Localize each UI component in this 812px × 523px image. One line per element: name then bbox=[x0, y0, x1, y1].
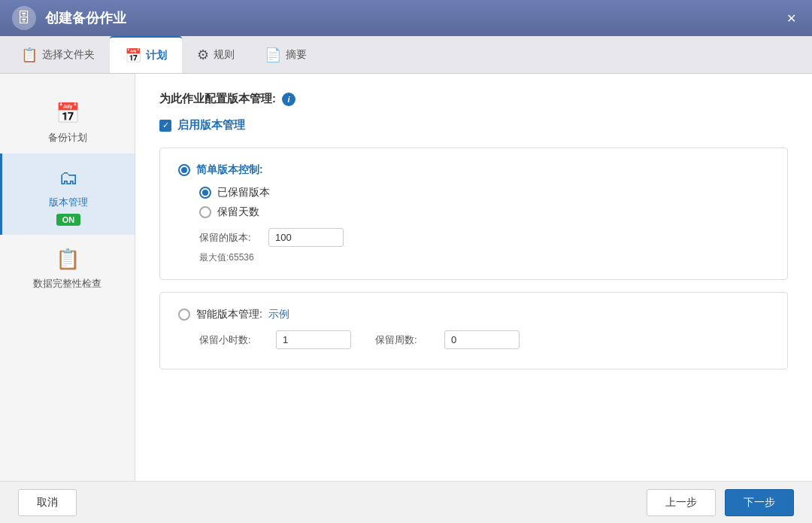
window: 🗄 创建备份作业 ✕ 📋 选择文件夹 📅 计划 ⚙ 规则 📄 摘要 📅 备份计划 bbox=[0, 0, 812, 523]
main-area: 📅 备份计划 🗂 版本管理 ON 📋 数据完整性检查 为此作业配置版本管理: i… bbox=[0, 74, 812, 481]
tab-select-folder[interactable]: 📋 选择文件夹 bbox=[6, 36, 110, 73]
tab-summary[interactable]: 📄 摘要 bbox=[250, 36, 322, 73]
section-title: 为此作业配置版本管理: i bbox=[159, 92, 788, 106]
window-title: 创建备份作业 bbox=[45, 9, 126, 27]
close-button[interactable]: ✕ bbox=[782, 9, 800, 27]
content-area: 为此作业配置版本管理: i ✓ 启用版本管理 简单版本控制: 已保留版本 bbox=[135, 74, 812, 481]
simple-version-radio[interactable] bbox=[178, 164, 190, 176]
tab-summary-icon: 📄 bbox=[265, 47, 281, 63]
retain-days-row[interactable]: 保留天数 bbox=[199, 205, 769, 219]
retained-versions-field-row: 保留的版本: bbox=[199, 228, 769, 247]
tab-select-folder-icon: 📋 bbox=[21, 47, 38, 63]
tab-schedule[interactable]: 📅 计划 bbox=[110, 36, 182, 73]
simple-version-radio-row[interactable]: 简单版本控制: bbox=[178, 163, 769, 177]
footer: 取消 上一步 下一步 bbox=[0, 481, 812, 523]
retained-versions-input[interactable] bbox=[268, 228, 344, 247]
retain-weeks-input[interactable] bbox=[444, 330, 520, 349]
smart-version-label: 智能版本管理: bbox=[196, 308, 262, 321]
sidebar-item-version-mgmt-label: 版本管理 bbox=[49, 196, 88, 209]
smart-version-example-link[interactable]: 示例 bbox=[268, 308, 289, 321]
enable-label: 启用版本管理 bbox=[177, 118, 245, 132]
enable-row: ✓ 启用版本管理 bbox=[159, 118, 788, 132]
retained-versions-row[interactable]: 已保留版本 bbox=[199, 186, 769, 199]
retained-versions-field-label: 保留的版本: bbox=[199, 231, 259, 245]
cancel-button[interactable]: 取消 bbox=[18, 489, 77, 516]
app-icon: 🗄 bbox=[12, 6, 36, 30]
tab-schedule-label: 计划 bbox=[146, 49, 167, 62]
enable-checkbox[interactable]: ✓ bbox=[159, 120, 171, 132]
retain-hours-input[interactable] bbox=[276, 330, 351, 349]
info-icon[interactable]: i bbox=[282, 93, 295, 106]
tab-rules-icon: ⚙ bbox=[197, 47, 209, 63]
smart-version-radio-row[interactable]: 智能版本管理: 示例 bbox=[178, 308, 769, 321]
tabbar: 📋 选择文件夹 📅 计划 ⚙ 规则 📄 摘要 bbox=[0, 36, 812, 74]
smart-version-card: 智能版本管理: 示例 保留小时数: 保留周数: bbox=[159, 292, 788, 369]
sidebar-item-version-mgmt[interactable]: 🗂 版本管理 ON bbox=[0, 154, 135, 235]
tab-rules-label: 规则 bbox=[214, 48, 235, 62]
data-integrity-icon: 📋 bbox=[53, 244, 83, 274]
sidebar-item-backup-schedule-label: 备份计划 bbox=[48, 131, 87, 144]
tab-rules[interactable]: ⚙ 规则 bbox=[182, 36, 250, 73]
version-mgmt-badge: ON bbox=[56, 214, 81, 226]
sidebar: 📅 备份计划 🗂 版本管理 ON 📋 数据完整性检查 bbox=[0, 74, 135, 481]
simple-version-card: 简单版本控制: 已保留版本 保留天数 保留的版本: 最大值: bbox=[159, 147, 788, 280]
sidebar-item-data-integrity[interactable]: 📋 数据完整性检查 bbox=[0, 235, 135, 300]
backup-schedule-icon: 📅 bbox=[53, 98, 83, 128]
retain-hours-label: 保留小时数: bbox=[199, 333, 267, 347]
retained-versions-radio[interactable] bbox=[199, 187, 211, 199]
tab-summary-label: 摘要 bbox=[286, 48, 307, 62]
retain-hours-row: 保留小时数: bbox=[199, 330, 351, 349]
footer-right: 上一步 下一步 bbox=[647, 489, 794, 516]
tab-schedule-icon: 📅 bbox=[125, 47, 141, 64]
version-mgmt-icon: 🗂 bbox=[53, 163, 83, 193]
smart-version-fields: 保留小时数: 保留周数: bbox=[199, 330, 769, 354]
sidebar-item-backup-schedule[interactable]: 📅 备份计划 bbox=[0, 89, 135, 154]
sub-radio-group: 已保留版本 保留天数 bbox=[199, 186, 769, 219]
prev-button[interactable]: 上一步 bbox=[647, 489, 716, 516]
section-title-text: 为此作业配置版本管理: bbox=[159, 92, 276, 106]
retain-weeks-row: 保留周数: bbox=[375, 330, 520, 349]
max-hint: 最大值:65536 bbox=[199, 251, 769, 264]
simple-version-label: 简单版本控制: bbox=[196, 163, 263, 177]
retain-days-radio[interactable] bbox=[199, 206, 211, 218]
tab-select-folder-label: 选择文件夹 bbox=[42, 48, 95, 62]
retain-days-label: 保留天数 bbox=[217, 205, 259, 219]
smart-version-radio[interactable] bbox=[178, 309, 190, 321]
titlebar: 🗄 创建备份作业 ✕ bbox=[0, 0, 812, 36]
retain-weeks-label: 保留周数: bbox=[375, 333, 435, 347]
retained-versions-label: 已保留版本 bbox=[217, 186, 270, 199]
next-button[interactable]: 下一步 bbox=[725, 489, 794, 516]
sidebar-item-data-integrity-label: 数据完整性检查 bbox=[33, 277, 102, 290]
